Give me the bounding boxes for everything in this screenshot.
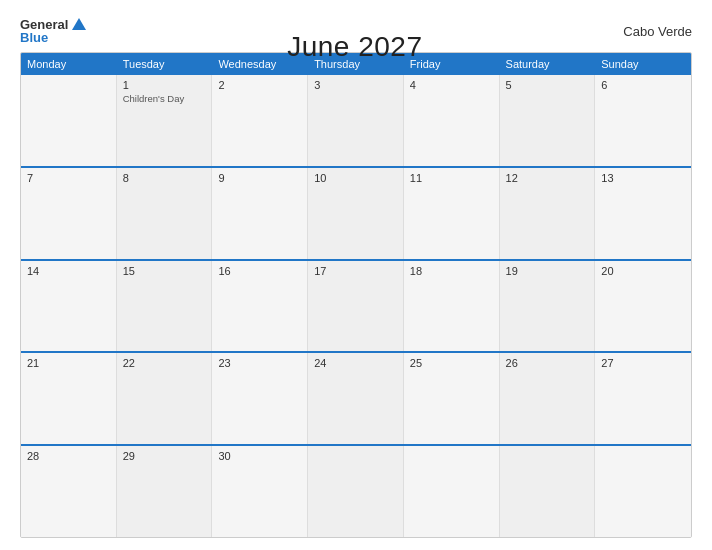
day-number: 10 <box>314 172 397 184</box>
day-number: 2 <box>218 79 301 91</box>
table-row <box>500 446 596 537</box>
table-row: 14 <box>21 261 117 352</box>
day-number: 29 <box>123 450 206 462</box>
table-row: 27 <box>595 353 691 444</box>
table-row: 1Children's Day <box>117 75 213 166</box>
col-monday: Monday <box>21 53 117 75</box>
day-number: 27 <box>601 357 685 369</box>
day-number: 9 <box>218 172 301 184</box>
table-row: 9 <box>212 168 308 259</box>
logo-triangle-icon <box>72 18 86 30</box>
table-row <box>21 75 117 166</box>
table-row: 5 <box>500 75 596 166</box>
table-row: 6 <box>595 75 691 166</box>
table-row: 28 <box>21 446 117 537</box>
table-row: 22 <box>117 353 213 444</box>
table-row: 23 <box>212 353 308 444</box>
table-row: 13 <box>595 168 691 259</box>
day-number: 6 <box>601 79 685 91</box>
day-number: 24 <box>314 357 397 369</box>
table-row: 8 <box>117 168 213 259</box>
country-label: Cabo Verde <box>623 24 692 39</box>
day-number: 12 <box>506 172 589 184</box>
table-row <box>308 446 404 537</box>
table-row: 7 <box>21 168 117 259</box>
logo: General Blue <box>20 18 86 44</box>
table-row: 29 <box>117 446 213 537</box>
day-number: 28 <box>27 450 110 462</box>
day-number: 4 <box>410 79 493 91</box>
calendar-week-1: 1Children's Day23456 <box>21 75 691 168</box>
table-row: 12 <box>500 168 596 259</box>
logo-blue-text: Blue <box>20 31 48 44</box>
day-number: 21 <box>27 357 110 369</box>
calendar-week-2: 78910111213 <box>21 168 691 261</box>
table-row: 3 <box>308 75 404 166</box>
day-number: 14 <box>27 265 110 277</box>
table-row: 20 <box>595 261 691 352</box>
table-row: 4 <box>404 75 500 166</box>
table-row: 17 <box>308 261 404 352</box>
calendar: Monday Tuesday Wednesday Thursday Friday… <box>20 52 692 538</box>
table-row: 16 <box>212 261 308 352</box>
calendar-week-3: 14151617181920 <box>21 261 691 354</box>
day-number: 20 <box>601 265 685 277</box>
table-row: 10 <box>308 168 404 259</box>
day-number: 1 <box>123 79 206 91</box>
table-row: 24 <box>308 353 404 444</box>
day-number: 7 <box>27 172 110 184</box>
day-number: 30 <box>218 450 301 462</box>
day-number: 26 <box>506 357 589 369</box>
day-number: 15 <box>123 265 206 277</box>
table-row: 19 <box>500 261 596 352</box>
day-number: 18 <box>410 265 493 277</box>
day-number: 23 <box>218 357 301 369</box>
calendar-week-4: 21222324252627 <box>21 353 691 446</box>
day-number: 17 <box>314 265 397 277</box>
col-tuesday: Tuesday <box>117 53 213 75</box>
day-number: 13 <box>601 172 685 184</box>
day-number: 11 <box>410 172 493 184</box>
table-row: 11 <box>404 168 500 259</box>
day-number: 5 <box>506 79 589 91</box>
table-row: 21 <box>21 353 117 444</box>
table-row: 2 <box>212 75 308 166</box>
col-sunday: Sunday <box>595 53 691 75</box>
holiday-label: Children's Day <box>123 93 206 104</box>
table-row: 25 <box>404 353 500 444</box>
calendar-week-5: 282930 <box>21 446 691 537</box>
table-row: 15 <box>117 261 213 352</box>
table-row <box>404 446 500 537</box>
page: General Blue June 2027 Cabo Verde Monday… <box>0 0 712 550</box>
day-number: 3 <box>314 79 397 91</box>
table-row: 18 <box>404 261 500 352</box>
day-number: 19 <box>506 265 589 277</box>
day-number: 22 <box>123 357 206 369</box>
day-number: 16 <box>218 265 301 277</box>
day-number: 25 <box>410 357 493 369</box>
table-row: 30 <box>212 446 308 537</box>
header: General Blue June 2027 Cabo Verde <box>20 18 692 44</box>
page-title: June 2027 <box>287 31 422 63</box>
col-saturday: Saturday <box>500 53 596 75</box>
calendar-body: 1Children's Day2345678910111213141516171… <box>21 75 691 537</box>
day-number: 8 <box>123 172 206 184</box>
table-row <box>595 446 691 537</box>
table-row: 26 <box>500 353 596 444</box>
